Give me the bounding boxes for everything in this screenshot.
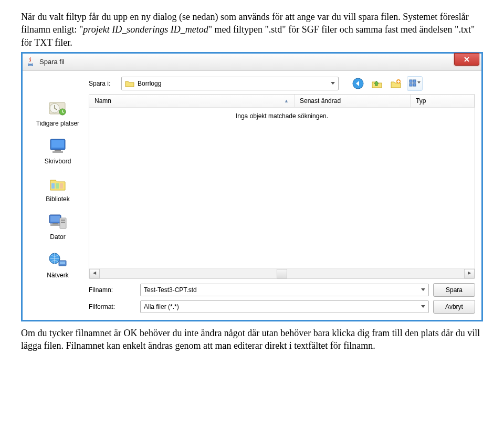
filename-input[interactable]: Test-Test3-CPT.std (140, 284, 429, 296)
close-button[interactable] (454, 53, 479, 66)
place-label: Nätverk (47, 271, 68, 279)
save-button[interactable]: Spara (433, 283, 475, 297)
file-list-pane[interactable]: Namn ▲ Senast ändrad Typ Inga objekt mat… (89, 94, 475, 279)
look-in-label: Spara i: (89, 79, 118, 88)
column-headers[interactable]: Namn ▲ Senast ändrad Typ (89, 95, 475, 108)
new-folder-button[interactable] (388, 76, 404, 91)
col-type[interactable]: Typ (411, 95, 475, 107)
col-name[interactable]: Namn ▲ (89, 95, 295, 107)
svg-rect-23 (413, 80, 416, 82)
svg-rect-24 (410, 84, 412, 86)
format-combo[interactable]: Alla filer (*.*) (140, 300, 429, 313)
svg-rect-7 (51, 183, 55, 189)
place-libraries[interactable]: Bibliotek (46, 173, 69, 203)
filename-label: Filnamn: (89, 286, 136, 294)
chevron-down-icon (421, 288, 425, 292)
up-button[interactable] (369, 76, 385, 91)
empty-message: Inga objekt matchade sökningen. (89, 112, 475, 120)
folder-name: Borrlogg (138, 79, 328, 88)
svg-rect-6 (52, 151, 63, 153)
folder-icon (125, 80, 134, 87)
titlebar: Spara fil (23, 54, 481, 71)
place-network[interactable]: Nätverk (46, 249, 69, 279)
place-recent[interactable]: Tidigare platser (36, 97, 79, 128)
chevron-down-icon (331, 82, 335, 85)
back-button[interactable] (350, 76, 366, 91)
place-label: Bibliotek (46, 195, 69, 203)
clock-folder-icon (46, 97, 69, 118)
format-label: Filformat: (89, 303, 136, 311)
folder-combo[interactable]: Borrlogg (121, 77, 339, 90)
svg-rect-8 (56, 183, 59, 189)
scroll-thumb[interactable] (277, 269, 287, 278)
svg-rect-11 (50, 216, 60, 222)
svg-rect-15 (61, 220, 65, 221)
cancel-button[interactable]: Avbryt (433, 300, 475, 314)
svg-rect-12 (52, 223, 58, 224)
network-icon (46, 249, 69, 270)
intro-italic: projekt ID_sonderings ID_metod (83, 24, 208, 35)
svg-rect-25 (413, 84, 416, 86)
save-dialog: Spara fil Tidigare platser (21, 52, 483, 321)
place-desktop[interactable]: Skrivbord (45, 135, 71, 165)
scroll-right-icon[interactable]: ▶ (464, 269, 475, 278)
places-bar: Tidigare platser Skrivbord Bibliotek (29, 76, 87, 317)
svg-rect-5 (55, 150, 61, 151)
place-label: Tidigare platser (36, 119, 79, 128)
outro-paragraph: Om du tycker filnamnet är OK behöver du … (21, 327, 483, 352)
libraries-icon (46, 173, 69, 194)
svg-rect-19 (60, 262, 65, 264)
place-computer[interactable]: Dator (46, 211, 69, 241)
chevron-down-icon (421, 305, 425, 308)
svg-rect-16 (61, 222, 65, 223)
svg-rect-13 (50, 224, 60, 226)
computer-icon (46, 211, 69, 232)
java-icon (26, 57, 35, 67)
desktop-icon (46, 135, 69, 156)
intro-paragraph: När du valt filtyp får du upp en ny dial… (21, 11, 483, 49)
dialog-title: Spara fil (39, 57, 65, 67)
scroll-left-icon[interactable]: ◀ (89, 269, 100, 278)
place-label: Skrivbord (45, 157, 71, 165)
svg-rect-22 (410, 80, 412, 82)
horizontal-scrollbar[interactable]: ◀ ▶ (89, 268, 475, 278)
sort-asc-icon: ▲ (284, 98, 289, 104)
place-label: Dator (50, 233, 65, 241)
col-date[interactable]: Senast ändrad (295, 95, 411, 107)
svg-rect-4 (51, 140, 64, 148)
views-button[interactable] (407, 76, 423, 91)
svg-rect-9 (60, 183, 63, 189)
